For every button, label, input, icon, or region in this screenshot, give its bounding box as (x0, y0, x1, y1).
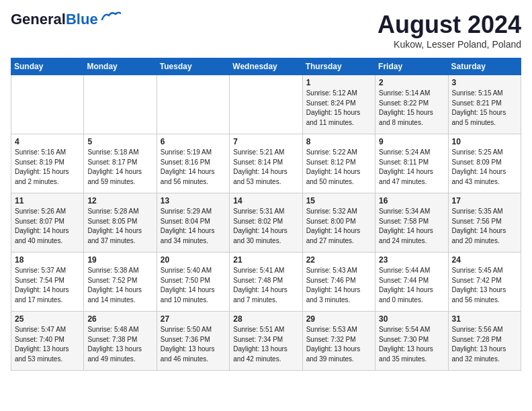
day-cell: 21Sunrise: 5:41 AM Sunset: 7:48 PM Dayli… (230, 253, 302, 312)
day-cell: 2Sunrise: 5:14 AM Sunset: 8:22 PM Daylig… (375, 75, 448, 134)
day-cell: 15Sunrise: 5:32 AM Sunset: 8:00 PM Dayli… (302, 193, 375, 253)
day-cell: 22Sunrise: 5:43 AM Sunset: 7:46 PM Dayli… (302, 253, 375, 312)
day-info: Sunrise: 5:47 AM Sunset: 7:40 PM Dayligh… (15, 325, 80, 364)
day-info: Sunrise: 5:28 AM Sunset: 8:05 PM Dayligh… (87, 207, 152, 246)
day-cell: 29Sunrise: 5:53 AM Sunset: 7:32 PM Dayli… (302, 312, 375, 371)
col-header-sunday: Sunday (11, 58, 84, 75)
day-info: Sunrise: 5:19 AM Sunset: 8:16 PM Dayligh… (161, 148, 226, 187)
day-info: Sunrise: 5:14 AM Sunset: 8:22 PM Dayligh… (379, 89, 444, 128)
day-cell: 23Sunrise: 5:44 AM Sunset: 7:44 PM Dayli… (375, 253, 448, 312)
day-info: Sunrise: 5:40 AM Sunset: 7:50 PM Dayligh… (161, 266, 226, 305)
header-row: SundayMondayTuesdayWednesdayThursdayFrid… (11, 58, 521, 75)
day-number: 24 (452, 255, 517, 265)
day-number: 4 (15, 137, 80, 146)
week-row-1: 1Sunrise: 5:12 AM Sunset: 8:24 PM Daylig… (11, 75, 521, 134)
col-header-saturday: Saturday (448, 58, 521, 75)
day-cell: 3Sunrise: 5:15 AM Sunset: 8:21 PM Daylig… (448, 75, 521, 134)
day-cell: 5Sunrise: 5:18 AM Sunset: 8:17 PM Daylig… (84, 134, 157, 193)
day-info: Sunrise: 5:38 AM Sunset: 7:52 PM Dayligh… (87, 266, 152, 305)
day-number: 6 (161, 137, 226, 146)
day-info: Sunrise: 5:18 AM Sunset: 8:17 PM Dayligh… (87, 148, 152, 187)
day-number: 29 (306, 314, 371, 324)
day-cell: 27Sunrise: 5:50 AM Sunset: 7:36 PM Dayli… (157, 312, 229, 371)
week-row-4: 18Sunrise: 5:37 AM Sunset: 7:54 PM Dayli… (11, 253, 521, 312)
day-number: 11 (15, 196, 80, 205)
col-header-wednesday: Wednesday (230, 58, 302, 75)
day-cell: 7Sunrise: 5:21 AM Sunset: 8:14 PM Daylig… (230, 134, 302, 193)
day-cell: 6Sunrise: 5:19 AM Sunset: 8:16 PM Daylig… (157, 134, 229, 193)
day-info: Sunrise: 5:32 AM Sunset: 8:00 PM Dayligh… (306, 207, 371, 246)
logo-bird-icon (99, 10, 121, 25)
day-info: Sunrise: 5:37 AM Sunset: 7:54 PM Dayligh… (15, 266, 80, 305)
day-cell: 18Sunrise: 5:37 AM Sunset: 7:54 PM Dayli… (11, 253, 84, 312)
day-cell: 8Sunrise: 5:22 AM Sunset: 8:12 PM Daylig… (302, 134, 375, 193)
week-row-2: 4Sunrise: 5:16 AM Sunset: 8:19 PM Daylig… (11, 134, 521, 193)
day-info: Sunrise: 5:25 AM Sunset: 8:09 PM Dayligh… (452, 148, 517, 187)
day-cell: 19Sunrise: 5:38 AM Sunset: 7:52 PM Dayli… (84, 253, 157, 312)
col-header-monday: Monday (84, 58, 157, 75)
day-cell: 10Sunrise: 5:25 AM Sunset: 8:09 PM Dayli… (448, 134, 521, 193)
day-info: Sunrise: 5:44 AM Sunset: 7:44 PM Dayligh… (379, 266, 444, 305)
week-row-5: 25Sunrise: 5:47 AM Sunset: 7:40 PM Dayli… (11, 312, 521, 371)
day-info: Sunrise: 5:56 AM Sunset: 7:28 PM Dayligh… (452, 325, 517, 364)
day-info: Sunrise: 5:35 AM Sunset: 7:56 PM Dayligh… (452, 207, 517, 246)
logo-general: General (11, 11, 66, 28)
day-number: 16 (379, 196, 444, 205)
day-number: 21 (233, 255, 298, 265)
day-cell: 16Sunrise: 5:34 AM Sunset: 7:58 PM Dayli… (375, 193, 448, 253)
day-number: 31 (452, 314, 517, 324)
day-number: 1 (306, 78, 371, 87)
location: Kukow, Lesser Poland, Poland (378, 39, 521, 50)
calendar-table: SundayMondayTuesdayWednesdayThursdayFrid… (11, 58, 521, 371)
day-number: 20 (161, 255, 226, 265)
day-number: 26 (87, 314, 152, 324)
day-number: 30 (379, 314, 444, 324)
day-number: 8 (306, 137, 371, 146)
day-number: 17 (452, 196, 517, 205)
day-number: 10 (452, 137, 517, 146)
day-info: Sunrise: 5:54 AM Sunset: 7:30 PM Dayligh… (379, 325, 444, 364)
day-cell (11, 75, 84, 134)
day-number: 5 (87, 137, 152, 146)
day-info: Sunrise: 5:41 AM Sunset: 7:48 PM Dayligh… (233, 266, 298, 305)
day-number: 18 (15, 255, 80, 265)
day-cell: 13Sunrise: 5:29 AM Sunset: 8:04 PM Dayli… (157, 193, 229, 253)
logo: General Blue (11, 11, 121, 28)
day-cell (84, 75, 157, 134)
day-number: 25 (15, 314, 80, 324)
day-number: 27 (161, 314, 226, 324)
day-number: 15 (306, 196, 371, 205)
day-number: 14 (233, 196, 298, 205)
day-info: Sunrise: 5:51 AM Sunset: 7:34 PM Dayligh… (233, 325, 298, 364)
day-cell: 31Sunrise: 5:56 AM Sunset: 7:28 PM Dayli… (448, 312, 521, 371)
day-number: 7 (233, 137, 298, 146)
day-cell: 30Sunrise: 5:54 AM Sunset: 7:30 PM Dayli… (375, 312, 448, 371)
day-number: 12 (87, 196, 152, 205)
day-number: 13 (161, 196, 226, 205)
day-cell: 4Sunrise: 5:16 AM Sunset: 8:19 PM Daylig… (11, 134, 84, 193)
day-info: Sunrise: 5:21 AM Sunset: 8:14 PM Dayligh… (233, 148, 298, 187)
logo-blue: Blue (66, 11, 98, 28)
day-info: Sunrise: 5:43 AM Sunset: 7:46 PM Dayligh… (306, 266, 371, 305)
day-info: Sunrise: 5:31 AM Sunset: 8:02 PM Dayligh… (233, 207, 298, 246)
col-header-tuesday: Tuesday (157, 58, 229, 75)
col-header-friday: Friday (375, 58, 448, 75)
day-cell: 11Sunrise: 5:26 AM Sunset: 8:07 PM Dayli… (11, 193, 84, 253)
week-row-3: 11Sunrise: 5:26 AM Sunset: 8:07 PM Dayli… (11, 193, 521, 253)
day-cell: 12Sunrise: 5:28 AM Sunset: 8:05 PM Dayli… (84, 193, 157, 253)
day-info: Sunrise: 5:48 AM Sunset: 7:38 PM Dayligh… (87, 325, 152, 364)
day-cell: 25Sunrise: 5:47 AM Sunset: 7:40 PM Dayli… (11, 312, 84, 371)
day-cell: 26Sunrise: 5:48 AM Sunset: 7:38 PM Dayli… (84, 312, 157, 371)
day-number: 23 (379, 255, 444, 265)
day-cell: 20Sunrise: 5:40 AM Sunset: 7:50 PM Dayli… (157, 253, 229, 312)
month-title: August 2024 (378, 11, 521, 39)
day-info: Sunrise: 5:24 AM Sunset: 8:11 PM Dayligh… (379, 148, 444, 187)
day-number: 2 (379, 78, 444, 87)
col-header-thursday: Thursday (302, 58, 375, 75)
day-cell (230, 75, 302, 134)
day-info: Sunrise: 5:45 AM Sunset: 7:42 PM Dayligh… (452, 266, 517, 305)
page-header: General Blue August 2024 Kukow, Lesser P… (11, 11, 521, 50)
day-info: Sunrise: 5:26 AM Sunset: 8:07 PM Dayligh… (15, 207, 80, 246)
day-cell: 9Sunrise: 5:24 AM Sunset: 8:11 PM Daylig… (375, 134, 448, 193)
day-cell: 14Sunrise: 5:31 AM Sunset: 8:02 PM Dayli… (230, 193, 302, 253)
